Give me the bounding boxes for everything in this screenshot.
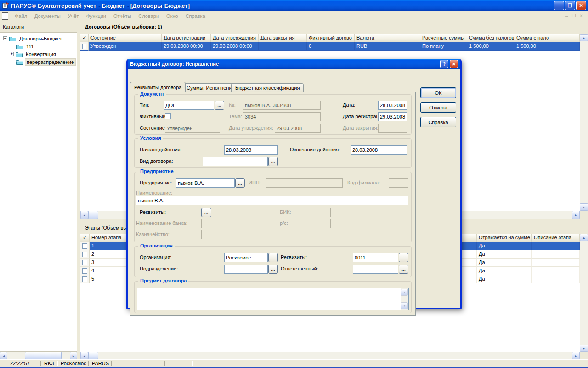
scroll-right-button[interactable]: ► bbox=[572, 352, 580, 359]
column-sum-no-tax[interactable]: Сумма без налогов bbox=[467, 34, 514, 42]
cell-sum-with-tax[interactable]: 1 500,00 bbox=[514, 42, 580, 51]
cell-sum-no-tax[interactable]: 1 500,00 bbox=[467, 42, 514, 51]
help-button[interactable]: Справка bbox=[420, 117, 456, 127]
mdi-restore-icon[interactable]: ❐ bbox=[572, 13, 576, 18]
close-button[interactable]: ✕ bbox=[576, 1, 586, 10]
ok-button[interactable]: ОК bbox=[420, 87, 456, 98]
cell-approve-date[interactable]: 29.03.2008 00:00 bbox=[211, 42, 259, 51]
scroll-right-button[interactable]: ► bbox=[70, 352, 77, 359]
tree-item-pereraspredelenie[interactable]: перераспределение bbox=[2, 58, 77, 66]
responsible-browse-button[interactable]: ... bbox=[399, 264, 408, 274]
enterprise-browse-button[interactable]: ... bbox=[235, 178, 245, 188]
column-fictive[interactable]: Фиктивный догово ↑ bbox=[307, 34, 355, 42]
tree-item-111[interactable]: 111 bbox=[2, 42, 77, 50]
regdate-input[interactable] bbox=[378, 112, 407, 121]
cell-reflect[interactable]: Да bbox=[477, 267, 532, 275]
scroll-left-button[interactable]: ◄ bbox=[80, 352, 88, 359]
column-currency[interactable]: Валюта bbox=[355, 34, 420, 42]
row-checkbox-cell[interactable] bbox=[80, 259, 90, 267]
tree-item-dogovory-budget[interactable]: – Договоры-Бюджет bbox=[2, 34, 77, 42]
cell-stage-desc[interactable] bbox=[532, 267, 580, 275]
tab-requisites[interactable]: Реквизиты договора bbox=[130, 82, 186, 92]
row-checkbox-cell[interactable] bbox=[80, 275, 90, 283]
mdi-close-icon[interactable]: ✕ bbox=[580, 13, 583, 18]
cell-fictive[interactable]: 0 bbox=[307, 42, 355, 51]
dialog-close-icon[interactable]: ✕ bbox=[450, 60, 458, 68]
menu-documents[interactable]: Документы bbox=[31, 12, 64, 20]
cell-stage-desc[interactable] bbox=[532, 259, 580, 267]
scroll-up-button[interactable]: ▲ bbox=[401, 289, 408, 296]
scroll-track[interactable] bbox=[62, 352, 70, 359]
checkbox-icon[interactable] bbox=[82, 44, 86, 49]
scroll-thumb[interactable] bbox=[25, 352, 62, 359]
scroll-down-button[interactable]: ▼ bbox=[580, 203, 588, 211]
row-checkbox-cell[interactable] bbox=[80, 267, 90, 275]
scroll-track[interactable] bbox=[98, 352, 572, 359]
scroll-thumb[interactable] bbox=[88, 352, 98, 359]
minimize-button[interactable]: – bbox=[554, 1, 564, 10]
cell-stage-desc[interactable] bbox=[532, 242, 580, 250]
organization-input[interactable] bbox=[224, 253, 268, 262]
menu-functions[interactable]: Функции bbox=[83, 12, 110, 20]
scroll-left-button[interactable]: ◄ bbox=[0, 352, 7, 359]
scroll-up-button[interactable]: ▲ bbox=[580, 234, 588, 241]
checkbox-icon[interactable] bbox=[82, 260, 87, 265]
column-reflect[interactable]: Отражается на сумме bbox=[477, 234, 532, 242]
scroll-down-button[interactable]: ▼ bbox=[580, 345, 588, 352]
column-approve-date[interactable]: Дата утверждения bbox=[211, 34, 259, 42]
row-checkbox-cell[interactable] bbox=[80, 250, 90, 259]
menu-help[interactable]: Справка bbox=[182, 12, 209, 20]
restore-button[interactable]: ❐ bbox=[565, 1, 575, 10]
type-input[interactable] bbox=[164, 101, 214, 110]
column-check[interactable]: ✓ bbox=[80, 234, 90, 242]
contract-kind-browse-button[interactable]: ... bbox=[268, 157, 278, 166]
column-state[interactable]: Состояние bbox=[89, 34, 162, 42]
tab-sums[interactable]: Суммы, Исполнение bbox=[182, 83, 239, 92]
subject-textarea[interactable]: ▲ ▼ bbox=[137, 288, 409, 310]
start-date-input[interactable] bbox=[224, 145, 278, 155]
cell-calc-sums[interactable]: По плану bbox=[420, 42, 467, 51]
tree-item-konvertacia[interactable]: + Конвертация bbox=[2, 50, 77, 58]
cell-reflect[interactable]: Да bbox=[477, 259, 532, 267]
menu-accounting[interactable]: Учёт bbox=[64, 12, 83, 20]
scroll-down-button[interactable]: ▼ bbox=[401, 302, 408, 309]
cell-reflect[interactable]: Да bbox=[477, 275, 532, 283]
responsible-input[interactable] bbox=[353, 264, 398, 274]
checkbox-icon[interactable] bbox=[82, 276, 87, 282]
checkbox-icon[interactable] bbox=[82, 268, 87, 274]
cancel-button[interactable]: Отмена bbox=[420, 102, 456, 113]
menu-file[interactable]: Файл bbox=[11, 12, 31, 20]
scroll-thumb[interactable] bbox=[88, 211, 98, 219]
tab-budget-classification[interactable]: Бюджетная классификация bbox=[231, 83, 304, 92]
menu-dictionaries[interactable]: Словари bbox=[135, 12, 163, 20]
cell-reflect[interactable]: Да bbox=[477, 242, 532, 250]
cell-stage-desc[interactable] bbox=[532, 275, 580, 283]
mdi-document-icon[interactable] bbox=[2, 12, 8, 20]
fictive-checkbox[interactable] bbox=[165, 113, 171, 119]
requisites-browse-button[interactable]: ... bbox=[201, 208, 211, 217]
column-check[interactable]: ✓ bbox=[80, 34, 89, 42]
menu-reports[interactable]: Отчёты bbox=[110, 12, 135, 20]
mdi-minimize-icon[interactable]: – bbox=[565, 13, 568, 18]
cell-close-date[interactable] bbox=[259, 42, 307, 51]
column-sum-with-tax[interactable]: Сумма с нало bbox=[514, 34, 580, 42]
collapse-icon[interactable]: – bbox=[3, 36, 7, 40]
column-reg-date[interactable]: Дата регистрации bbox=[162, 34, 211, 42]
date-input[interactable] bbox=[378, 101, 407, 110]
scroll-right-button[interactable]: ► bbox=[572, 211, 580, 219]
end-date-input[interactable] bbox=[351, 145, 407, 155]
row-checkbox-cell[interactable] bbox=[80, 42, 89, 51]
dialog-help-icon[interactable]: ? bbox=[440, 60, 448, 68]
scroll-track[interactable] bbox=[7, 352, 25, 359]
contract-kind-input[interactable] bbox=[203, 157, 268, 166]
org-requisites-browse-button[interactable]: ... bbox=[399, 253, 408, 262]
checkbox-icon[interactable] bbox=[82, 243, 87, 249]
enterprise-input[interactable] bbox=[176, 178, 235, 188]
expand-icon[interactable]: + bbox=[10, 52, 14, 56]
org-requisites-input[interactable] bbox=[353, 253, 398, 262]
department-browse-button[interactable]: ... bbox=[268, 264, 278, 274]
column-stage-desc[interactable]: Описание этапа bbox=[532, 234, 580, 242]
cell-reg-date[interactable]: 29.03.2008 00:00 bbox=[162, 42, 211, 51]
cell-state[interactable]: Утвержден bbox=[89, 42, 162, 51]
scroll-up-button[interactable]: ▲ bbox=[580, 34, 588, 41]
